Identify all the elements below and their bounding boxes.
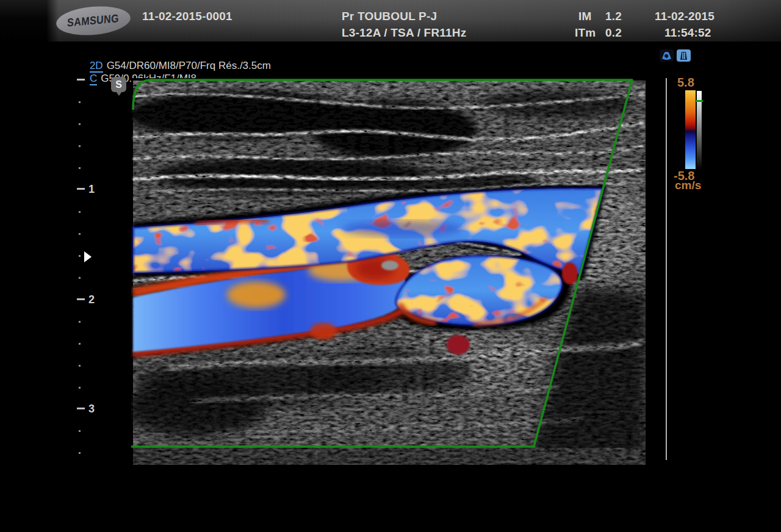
convex-probe-glyph <box>661 51 672 60</box>
velocity-colorbar[interactable] <box>685 90 696 169</box>
ultrasound-image[interactable] <box>131 78 646 465</box>
ruler-minor-tick <box>79 211 81 213</box>
convex-probe-icon[interactable] <box>660 49 674 62</box>
grayscale-green-tick <box>695 100 703 102</box>
ruler-minor-tick <box>79 452 81 454</box>
ultrasound-canvas <box>131 78 646 465</box>
grayscale-bar <box>697 91 702 169</box>
exam-time: 11:54:52 <box>664 26 711 40</box>
ruler-minor-tick <box>79 233 81 235</box>
samsung-logo: SAMSUNG <box>55 4 132 38</box>
ruler-label-2: 2 <box>88 293 95 306</box>
ruler-minor-tick <box>79 145 81 147</box>
ruler-minor-tick <box>79 365 81 367</box>
ruler-major-tick <box>77 298 85 300</box>
scale-separator-line <box>666 78 667 460</box>
ruler-major-tick <box>77 408 85 409</box>
physician-name: Pr TOUBOUL P-J <box>342 10 437 23</box>
ruler-minor-tick <box>79 167 81 169</box>
linear-probe-icon[interactable] <box>677 49 691 62</box>
ruler-label-1: 1 <box>88 183 95 196</box>
orientation-marker-letter: S <box>115 79 122 90</box>
samsung-logo-text: SAMSUNG <box>67 12 119 29</box>
probe-preset: L3-12A / TSA / FR11Hz <box>342 26 466 40</box>
scale-max-label: 5.8 <box>677 76 694 90</box>
ruler-major-tick <box>77 79 85 81</box>
scale-unit-label: cm/s <box>675 179 701 192</box>
exam-date: 11-02-2015 <box>655 10 714 23</box>
ruler-minor-tick <box>79 101 81 103</box>
ti-value: 0.2 <box>605 26 622 40</box>
mi-value: 1.2 <box>605 10 622 23</box>
patient-id: 11-02-2015-0001 <box>142 10 232 23</box>
ultrasound-screen: SAMSUNG 11-02-2015-0001 Pr TOUBOUL P-J L… <box>0 0 781 532</box>
ti-label: ITm <box>575 26 596 40</box>
ruler-minor-tick <box>79 255 81 257</box>
mode-color-link[interactable]: C <box>90 73 97 85</box>
header-bar: SAMSUNG 11-02-2015-0001 Pr TOUBOUL P-J L… <box>0 0 781 41</box>
ruler-minor-tick <box>79 387 81 389</box>
focus-arrow-marker[interactable] <box>84 251 92 262</box>
ruler-minor-tick <box>79 123 81 125</box>
mi-label: IM <box>578 10 592 23</box>
ruler-minor-tick <box>79 321 81 323</box>
small-vessel-blob <box>447 335 470 354</box>
ruler-minor-tick <box>79 343 81 345</box>
ruler-major-tick <box>77 188 85 190</box>
flow-jet-red-blob <box>562 262 578 284</box>
ruler-label-3: 3 <box>88 403 95 415</box>
linear-probe-glyph <box>678 51 689 60</box>
ruler-minor-tick <box>79 430 81 432</box>
orientation-marker: S <box>111 77 126 92</box>
ruler-minor-tick <box>79 277 81 279</box>
